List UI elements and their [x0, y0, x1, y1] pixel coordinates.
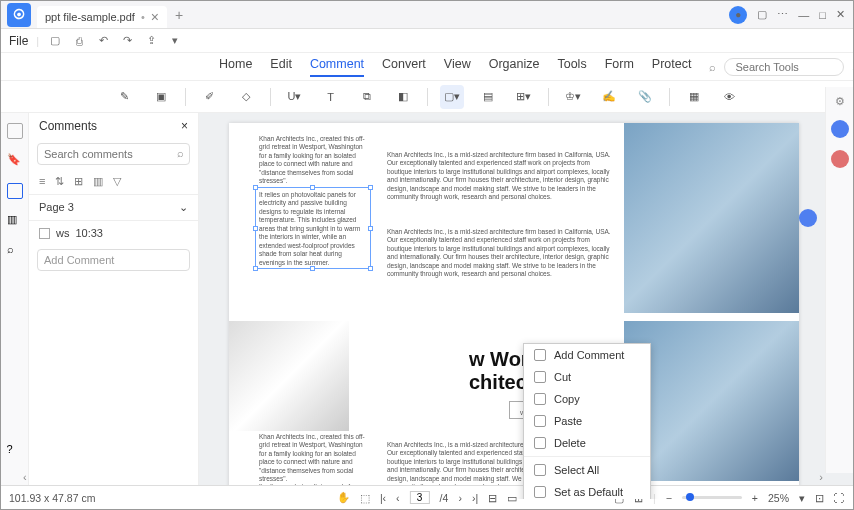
menu-form[interactable]: Form [605, 57, 634, 77]
shape-icon[interactable]: ▢▾ [440, 85, 464, 109]
search-tools-input[interactable] [724, 58, 844, 76]
prev-page-icon[interactable]: ‹ [396, 492, 400, 504]
paste-icon [534, 415, 546, 427]
zoom-value[interactable]: 25% [768, 492, 789, 504]
add-tab-button[interactable]: + [175, 7, 183, 23]
hand-tool-icon[interactable]: ✋ [337, 491, 350, 504]
document-viewport[interactable]: Khan Architects Inc., created this off-g… [199, 113, 853, 499]
document-tab[interactable]: ppt file-sample.pdf • × [37, 6, 167, 28]
print-icon[interactable]: ⎙ [71, 35, 87, 47]
next-page-caret[interactable]: › [819, 471, 823, 483]
read-mode-icon[interactable]: ▭ [507, 492, 517, 504]
pencil-icon[interactable]: ✐ [198, 85, 222, 109]
menu-tools[interactable]: Tools [557, 57, 586, 77]
ctx-set-default[interactable]: Set as Default [524, 481, 650, 499]
search-rail-icon[interactable]: ⌕ [7, 243, 23, 259]
prev-page-caret[interactable]: ‹ [23, 471, 27, 483]
more-icon[interactable]: ⋯ [777, 8, 788, 21]
filter-icon-2[interactable]: ⊞ [74, 175, 83, 188]
eraser-icon[interactable]: ◇ [234, 85, 258, 109]
attachments-rail-icon[interactable]: ▥ [7, 213, 23, 229]
redo-icon[interactable]: ↷ [119, 34, 135, 47]
floating-action-icon[interactable] [799, 209, 817, 227]
fit-width-icon[interactable]: ⊡ [815, 492, 824, 504]
save-icon[interactable]: ▢ [47, 34, 63, 47]
ctx-delete[interactable]: Delete [524, 432, 650, 454]
comment-item[interactable]: ws 10:33 [29, 221, 198, 245]
thumbnail-icon[interactable] [7, 123, 23, 139]
undo-icon[interactable]: ↶ [95, 34, 111, 47]
zoom-slider[interactable] [682, 496, 742, 499]
textbox-icon[interactable]: ⧉ [355, 85, 379, 109]
signature-icon[interactable]: ✍ [597, 85, 621, 109]
highlight-icon[interactable]: ✎ [113, 85, 137, 109]
note-icon[interactable]: ▤ [476, 85, 500, 109]
scroll-mode-icon[interactable]: ⊟ [488, 492, 497, 504]
first-page-icon[interactable]: |‹ [380, 492, 386, 504]
zoom-out-icon[interactable]: − [666, 492, 672, 504]
ai-icon[interactable] [831, 120, 849, 138]
last-page-icon[interactable]: ›| [472, 492, 478, 504]
page-label: Page 3 [39, 201, 74, 214]
filter-icon-1[interactable]: ⇅ [55, 175, 64, 188]
underline-icon[interactable]: U▾ [283, 85, 307, 109]
maximize-button[interactable]: □ [819, 9, 826, 21]
ctx-add-comment[interactable]: Add Comment [524, 344, 650, 366]
left-rail: 🔖 ▥ ⌕ ? [1, 113, 29, 499]
add-comment-input[interactable]: Add Comment [37, 249, 190, 271]
next-page-icon[interactable]: › [458, 492, 462, 504]
page-input[interactable] [410, 491, 430, 504]
filter-icon-3[interactable]: ▥ [93, 175, 103, 188]
fullscreen-icon[interactable]: ⛶ [834, 492, 845, 504]
menu-organize[interactable]: Organize [489, 57, 540, 77]
checkbox[interactable] [39, 228, 50, 239]
comment-icon [534, 349, 546, 361]
menu-convert[interactable]: Convert [382, 57, 426, 77]
page-group[interactable]: Page 3 ⌄ [29, 194, 198, 221]
menu-home[interactable]: Home [219, 57, 252, 77]
ctx-paste[interactable]: Paste [524, 410, 650, 432]
search-comments-input[interactable] [37, 143, 190, 165]
minimize-button[interactable]: — [798, 9, 809, 21]
hide-icon[interactable]: ▦ [682, 85, 706, 109]
share-icon[interactable]: ⇪ [143, 34, 159, 47]
doc-image [229, 321, 349, 431]
menu-protect[interactable]: Protect [652, 57, 692, 77]
app-logo: ⦿ [7, 3, 31, 27]
menu-comment[interactable]: Comment [310, 57, 364, 77]
menu-view[interactable]: View [444, 57, 471, 77]
ctx-cut[interactable]: Cut [524, 366, 650, 388]
area-highlight-icon[interactable]: ▣ [149, 85, 173, 109]
stamp-icon[interactable]: ♔▾ [561, 85, 585, 109]
close-window-button[interactable]: ✕ [836, 8, 845, 21]
close-panel-icon[interactable]: × [181, 119, 188, 133]
text-icon[interactable]: T [319, 85, 343, 109]
menu-edit[interactable]: Edit [270, 57, 292, 77]
translate-icon[interactable] [831, 150, 849, 168]
file-menu[interactable]: File [9, 34, 28, 48]
default-icon [534, 486, 546, 498]
help-icon[interactable]: ? [7, 443, 23, 459]
user-avatar[interactable]: ● [729, 6, 747, 24]
search-icon: ⌕ [709, 61, 716, 73]
sort-icon[interactable]: ≡ [39, 175, 45, 188]
zoom-in-icon[interactable]: + [752, 492, 758, 504]
callout-icon[interactable]: ◧ [391, 85, 415, 109]
search-icon[interactable]: ⌕ [177, 147, 184, 159]
right-rail: ⚙ [825, 87, 853, 473]
doc-image [624, 123, 799, 313]
ctx-select-all[interactable]: Select All [524, 459, 650, 481]
titlebar: ⦿ ppt file-sample.pdf • × + ● ▢ ⋯ — □ ✕ [1, 1, 853, 29]
attachment-icon[interactable]: 📎 [633, 85, 657, 109]
comments-rail-icon[interactable] [7, 183, 23, 199]
filter-icon-4[interactable]: ▽ [113, 175, 121, 188]
select-tool-icon[interactable]: ⬚ [360, 492, 370, 504]
chat-icon[interactable]: ▢ [757, 8, 767, 21]
measure-icon[interactable]: ⊞▾ [512, 85, 536, 109]
ctx-copy[interactable]: Copy [524, 388, 650, 410]
bookmark-icon[interactable]: 🔖 [7, 153, 23, 169]
adjust-icon[interactable]: ⚙ [835, 95, 845, 108]
eye-icon[interactable]: 👁 [718, 85, 742, 109]
dropdown-icon[interactable]: ▾ [167, 34, 183, 47]
close-tab-icon[interactable]: × [151, 9, 159, 25]
